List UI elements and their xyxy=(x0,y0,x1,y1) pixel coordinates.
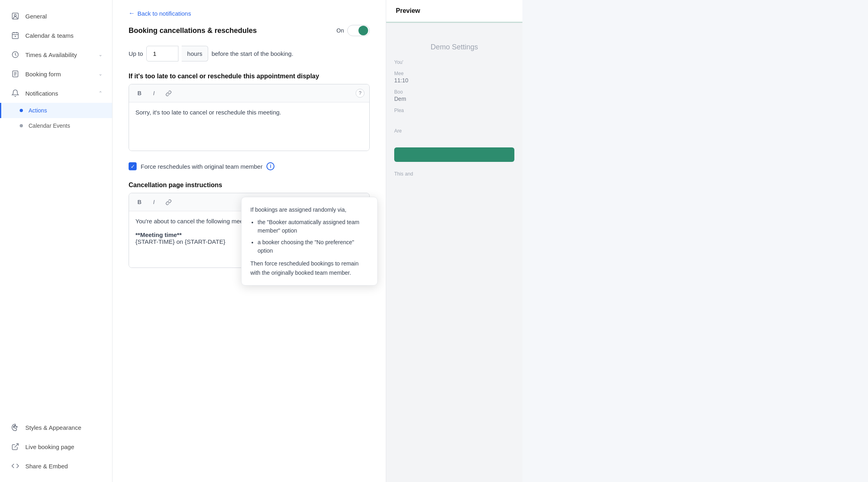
chevron-down-icon: ⌄ xyxy=(98,52,102,57)
sidebar-subitem-calendar-events-label: Calendar Events xyxy=(29,123,70,129)
cancellation-toolbar-left: B I xyxy=(134,196,174,208)
preview-panel: Preview Demo Settings You' Mee 11:10 Boo… xyxy=(386,0,522,482)
sidebar-item-share-embed-label: Share & Embed xyxy=(25,463,68,470)
tooltip-bullet-1: the "Booker automatically assigned team … xyxy=(258,218,368,235)
hours-prefix: Up to xyxy=(129,50,143,57)
hours-input[interactable] xyxy=(146,46,178,61)
preview-field-meeting: Mee 11:10 xyxy=(394,71,514,84)
late-cancel-toolbar-left: B I xyxy=(134,88,174,99)
back-to-notifications-link[interactable]: ← Back to notifications xyxy=(129,0,370,25)
late-cancel-editor-box: B I ? Sorry, it's too late to cancel or … xyxy=(129,84,370,151)
main-area: ← Back to notifications Booking cancella… xyxy=(113,0,868,482)
hours-row: Up to hours before the start of the book… xyxy=(129,46,370,61)
preview-demo-title: Demo Settings xyxy=(430,43,478,51)
chevron-up-icon: ⌃ xyxy=(98,90,102,96)
dot-icon-actions xyxy=(20,109,23,112)
preview-label-you: You' xyxy=(394,59,514,65)
bold-button-2[interactable]: B xyxy=(134,196,145,208)
calendar-icon xyxy=(11,31,20,40)
person-icon xyxy=(11,12,20,20)
tooltip-bullet-list: the "Booker automatically assigned team … xyxy=(258,218,368,255)
sidebar-item-booking-form-label: Booking form xyxy=(25,71,61,78)
back-arrow-icon: ← xyxy=(129,10,135,17)
late-cancel-toolbar: B I ? xyxy=(129,84,369,102)
sidebar-item-times-availability-label: Times & Availability xyxy=(25,51,77,58)
hours-unit-label: hours xyxy=(182,46,209,61)
late-cancel-label: If it's too late to cancel or reschedule… xyxy=(129,73,370,80)
bold-button[interactable]: B xyxy=(134,88,145,99)
preview-header: Preview xyxy=(386,0,522,23)
tooltip-intro: If bookings are assigned randomly via, xyxy=(250,205,368,214)
svg-point-6 xyxy=(13,427,14,428)
preview-field-you: You' xyxy=(394,59,514,65)
preview-label-please: Plea xyxy=(394,108,514,113)
sidebar-item-live-booking-page[interactable]: Live booking page xyxy=(0,437,112,456)
force-reschedule-label: Force reschedules with original team mem… xyxy=(141,163,262,170)
sidebar-subitem-calendar-events[interactable]: Calendar Events xyxy=(0,118,112,133)
back-link-label: Back to notifications xyxy=(137,10,191,17)
late-cancel-editor-section: If it's too late to cancel or reschedule… xyxy=(129,73,370,151)
late-cancel-editor-body[interactable]: Sorry, it's too late to cancel or resche… xyxy=(129,102,369,151)
bell-icon xyxy=(11,89,20,98)
preview-label-this: This xyxy=(394,171,403,177)
sidebar-subitem-actions[interactable]: Actions xyxy=(0,103,112,118)
sidebar-item-times-availability[interactable]: Times & Availability ⌄ xyxy=(0,45,112,64)
sidebar-item-styles-appearance-label: Styles & Appearance xyxy=(25,424,81,431)
force-reschedule-info-icon[interactable]: i xyxy=(266,162,274,170)
clock-icon xyxy=(11,50,20,59)
svg-line-9 xyxy=(14,444,18,447)
sidebar-subitem-actions-label: Actions xyxy=(29,107,47,114)
sidebar-item-general[interactable]: General xyxy=(0,6,112,26)
svg-point-8 xyxy=(16,427,18,428)
preview-label-and: and xyxy=(405,171,413,177)
form-icon xyxy=(11,69,20,78)
tooltip-bullet-2: a booker choosing the "No preference" op… xyxy=(258,238,368,255)
link-button[interactable] xyxy=(163,88,174,99)
preview-content-area: You' Mee 11:10 Boo Dem Plea Are xyxy=(394,51,514,185)
sidebar-item-live-booking-page-label: Live booking page xyxy=(25,443,74,450)
sidebar-item-calendar-teams[interactable]: Calendar & teams xyxy=(0,26,112,45)
tooltip-popup: If bookings are assigned randomly via, t… xyxy=(241,197,378,286)
preview-field-booker: Boo Dem xyxy=(394,89,514,102)
force-reschedule-checkbox[interactable]: ✓ xyxy=(129,162,137,170)
cancellation-label: Cancellation page instructions xyxy=(129,182,370,189)
checkmark-icon: ✓ xyxy=(131,163,135,170)
italic-button-2[interactable]: I xyxy=(148,196,160,208)
sidebar-item-notifications-label: Notifications xyxy=(25,90,58,97)
toggle-on-label: On xyxy=(336,27,344,34)
svg-point-1 xyxy=(14,14,16,16)
sidebar-item-styles-appearance[interactable]: Styles & Appearance xyxy=(0,418,112,437)
sidebar-item-calendar-teams-label: Calendar & teams xyxy=(25,32,74,39)
preview-value-meeting: 11:10 xyxy=(394,77,514,84)
link-icon xyxy=(11,442,20,451)
preview-label-meeting: Mee xyxy=(394,71,514,76)
sidebar-item-notifications[interactable]: Notifications ⌃ xyxy=(0,84,112,103)
help-icon-late-cancel[interactable]: ? xyxy=(356,89,364,98)
toggle-track xyxy=(347,25,370,36)
sidebar-item-general-label: General xyxy=(25,13,47,20)
preview-value-booker: Dem xyxy=(394,96,514,102)
section-title: Booking cancellations & reschedules xyxy=(129,27,257,35)
preview-body: Demo Settings You' Mee 11:10 Boo Dem Ple… xyxy=(386,23,522,482)
toggle-thumb xyxy=(358,26,368,35)
force-reschedule-row: ✓ Force reschedules with original team m… xyxy=(129,162,370,170)
svg-point-7 xyxy=(15,425,16,427)
booking-cancel-toggle[interactable] xyxy=(347,25,370,36)
sidebar-item-booking-form[interactable]: Booking form ⌄ xyxy=(0,64,112,84)
preview-field-please: Plea xyxy=(394,108,514,113)
italic-button[interactable]: I xyxy=(148,88,160,99)
preview-action-button[interactable] xyxy=(394,147,514,162)
sidebar: General Calendar & teams Times & Availab… xyxy=(0,0,113,482)
link-button-2[interactable] xyxy=(163,196,174,208)
svg-rect-2 xyxy=(12,33,18,39)
toggle-wrap: On xyxy=(336,25,370,36)
sidebar-item-share-embed[interactable]: Share & Embed xyxy=(0,456,112,476)
hours-suffix: before the start of the booking. xyxy=(211,50,293,57)
section-header: Booking cancellations & reschedules On xyxy=(129,25,370,36)
svg-point-3 xyxy=(15,36,16,37)
dot-icon-calendar-events xyxy=(20,124,23,127)
code-icon xyxy=(11,462,20,470)
chevron-down-icon-2: ⌄ xyxy=(98,71,102,77)
tooltip-conclusion: Then force rescheduled bookings to remai… xyxy=(250,259,368,277)
preview-label-are: Are xyxy=(394,128,402,134)
